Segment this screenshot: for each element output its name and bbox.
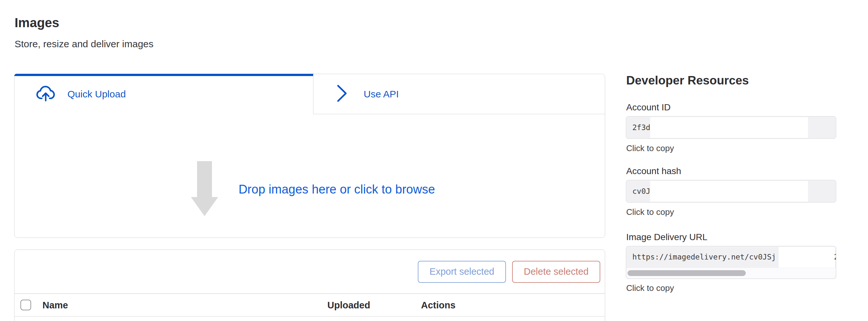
column-header-uploaded: Uploaded bbox=[328, 294, 370, 317]
account-id-copy-hint: Click to copy bbox=[626, 143, 674, 153]
tab-use-api[interactable]: Use API bbox=[313, 74, 605, 114]
account-id-value: 2f3d bbox=[632, 116, 650, 139]
redaction-overlay bbox=[650, 181, 808, 202]
image-dropzone[interactable]: Drop images here or click to browse bbox=[14, 114, 605, 238]
images-table-card: Export selected Delete selected Name Upl… bbox=[14, 249, 605, 321]
chevron-right-icon bbox=[336, 84, 347, 104]
developer-resources-heading: Developer Resources bbox=[626, 73, 749, 88]
down-arrow-icon bbox=[191, 161, 218, 217]
delete-selected-button[interactable]: Delete selected bbox=[512, 261, 600, 283]
redacted-overflow-character: 2 bbox=[834, 246, 836, 268]
cloud-upload-icon bbox=[36, 85, 56, 103]
developer-resources-panel: Developer Resources Account ID 2f3d Clic… bbox=[626, 71, 836, 304]
horizontal-scrollbar-track bbox=[626, 268, 836, 278]
account-hash-field[interactable]: cv0J bbox=[626, 180, 836, 203]
image-delivery-url-field[interactable]: https://imagedelivery.net/cv0JSj 2 bbox=[626, 246, 836, 279]
account-hash-value: cv0J bbox=[632, 180, 650, 202]
image-delivery-url-value: https://imagedelivery.net/cv0JSj bbox=[632, 246, 776, 268]
table-header-row: Name Uploaded Actions bbox=[14, 294, 605, 317]
horizontal-scrollbar-thumb[interactable] bbox=[627, 270, 746, 276]
account-hash-label: Account hash bbox=[626, 166, 681, 177]
account-id-label: Account ID bbox=[626, 102, 671, 113]
page-title: Images bbox=[14, 15, 59, 30]
column-header-actions: Actions bbox=[421, 294, 455, 317]
dropzone-label: Drop images here or click to browse bbox=[239, 182, 435, 197]
redaction-overlay bbox=[779, 247, 835, 268]
upload-card: Quick Upload Use API Drop images here or… bbox=[14, 74, 605, 238]
select-all-checkbox[interactable] bbox=[21, 300, 31, 310]
image-delivery-url-label: Image Delivery URL bbox=[626, 232, 708, 243]
images-page: Images Store, resize and deliver images … bbox=[0, 0, 868, 321]
account-hash-copy-hint: Click to copy bbox=[626, 207, 674, 217]
image-delivery-url-copy-hint: Click to copy bbox=[626, 283, 674, 293]
tab-quick-upload[interactable]: Quick Upload bbox=[14, 74, 313, 114]
tab-use-api-label: Use API bbox=[364, 89, 399, 100]
page-subtitle: Store, resize and deliver images bbox=[14, 38, 154, 50]
redaction-overlay bbox=[650, 117, 808, 138]
export-selected-button[interactable]: Export selected bbox=[418, 261, 506, 283]
table-toolbar: Export selected Delete selected bbox=[14, 250, 605, 294]
tab-quick-upload-label: Quick Upload bbox=[67, 89, 126, 100]
account-id-field[interactable]: 2f3d bbox=[626, 116, 836, 139]
column-header-name: Name bbox=[42, 294, 68, 317]
